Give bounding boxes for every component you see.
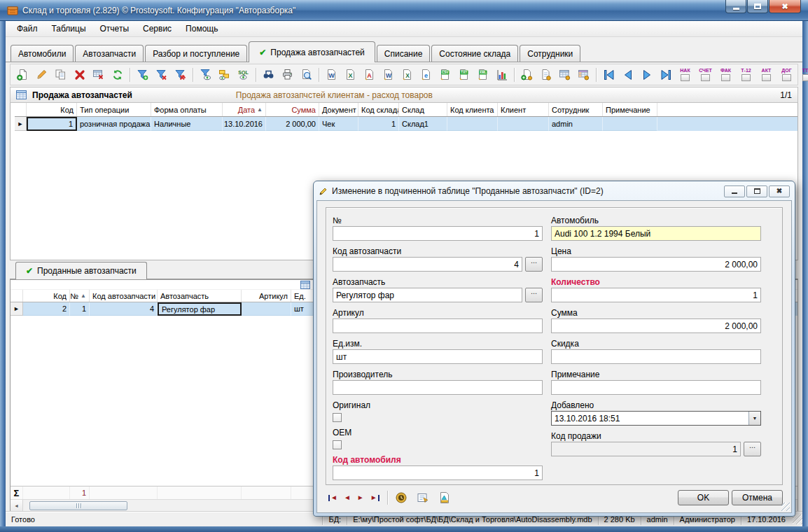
export-pdf-button[interactable]: A [360, 66, 379, 83]
cell-data[interactable]: 13.10.2016 [223, 117, 266, 131]
export-xml-button[interactable]: XML [473, 66, 492, 83]
summa-input[interactable] [551, 318, 761, 333]
nav-first-button[interactable] [599, 66, 618, 83]
kod-prodazhi-input[interactable] [551, 442, 741, 456]
doc-nakladnaya-button[interactable]: НАК [675, 65, 695, 84]
cell-summa[interactable]: 2 000,00 [266, 117, 319, 131]
col-dokument[interactable]: Документ [319, 103, 358, 116]
oem-checkbox[interactable] [333, 440, 342, 449]
col-tip-operacii[interactable]: Тип операции [77, 103, 151, 116]
num-input[interactable] [333, 226, 543, 241]
dialog-close-button[interactable]: ✖ [769, 186, 790, 197]
chart-button[interactable] [492, 66, 511, 83]
dobavleno-input[interactable] [551, 411, 761, 426]
subcell-kod-az[interactable]: 4 [90, 302, 158, 316]
proizvoditel-input[interactable] [333, 380, 543, 395]
export-txt-button[interactable]: TXT [454, 66, 473, 83]
original-checkbox[interactable] [333, 413, 342, 422]
cell-tip[interactable]: розничная продажа [77, 117, 151, 131]
col-kod[interactable]: Код [27, 103, 77, 116]
cancel-button[interactable]: Отмена [732, 490, 783, 505]
delete-record-button[interactable] [70, 66, 89, 83]
subcell-kod[interactable]: 2 [23, 302, 70, 316]
filter-remove-button[interactable] [152, 66, 171, 83]
refresh-button[interactable] [108, 66, 127, 83]
template-button[interactable] [436, 490, 453, 505]
export-excel-button[interactable]: X [341, 66, 360, 83]
cell-forma[interactable]: Наличные [151, 117, 223, 131]
cell-sotrudnik[interactable]: admin [549, 117, 603, 131]
print-button[interactable] [278, 66, 297, 83]
chevron-down-icon[interactable]: ▼ [748, 412, 760, 425]
clear-table-button[interactable] [89, 66, 108, 83]
new-record-button[interactable] [13, 66, 32, 83]
tab-sostoyanie[interactable]: Состояние склада [431, 45, 518, 62]
view-settings-button[interactable] [574, 66, 593, 83]
ed-izm-input[interactable] [333, 349, 543, 364]
edit-record-button[interactable] [32, 66, 51, 83]
dialog-resize-grip[interactable] [781, 503, 790, 511]
nav-next-button[interactable] [637, 66, 656, 83]
form-settings-button[interactable] [415, 490, 431, 505]
doc-t12-button[interactable]: Т-12 [736, 65, 756, 84]
menu-file[interactable]: Файл [10, 22, 45, 36]
artikul-input[interactable] [333, 318, 543, 333]
record-next-button[interactable]: ► [357, 494, 364, 501]
kod-prodazhi-browse-button[interactable]: ... [744, 442, 761, 456]
maximize-button[interactable] [747, 0, 768, 13]
kod-az-input[interactable] [333, 257, 522, 272]
menu-reports[interactable]: Отчеты [93, 22, 136, 36]
subcell-az-selected[interactable]: Регулятор фар [158, 302, 242, 316]
filter-remove-all-button[interactable] [171, 66, 190, 83]
export-html-button[interactable]: e [417, 66, 436, 83]
tsena-input[interactable] [551, 257, 761, 272]
menu-service[interactable]: Сервис [136, 22, 179, 36]
tab-prodazha-active[interactable]: ✔Продажа автозапчастей [249, 41, 375, 62]
kod-avtomobilya-input[interactable] [333, 465, 543, 480]
avtomobil-input[interactable] [551, 226, 761, 241]
close-button[interactable]: ✖ [769, 0, 801, 13]
ok-button[interactable]: OK [678, 490, 729, 505]
col-sotrudnik[interactable]: Сотрудник [549, 103, 603, 116]
grid-settings-button[interactable] [555, 66, 574, 83]
cell-klient[interactable] [498, 117, 549, 131]
az-browse-button[interactable]: ... [525, 288, 543, 302]
menu-tables[interactable]: Таблицы [45, 22, 93, 36]
cell-kod-sklada[interactable]: 1 [358, 117, 399, 131]
subcol-kod[interactable]: Код [23, 290, 70, 302]
col-kod-klienta[interactable]: Код клиента [447, 103, 498, 116]
subcol-num-sorted[interactable]: №▲ [70, 290, 90, 302]
primechanie-input[interactable] [551, 380, 761, 395]
export-excel-template-button[interactable]: X [398, 66, 417, 83]
cell-kod-selected[interactable]: 1 [27, 117, 77, 131]
copy-record-button[interactable] [51, 66, 70, 83]
export-csv-button[interactable]: CSV [436, 66, 454, 83]
doc-akt-button[interactable]: АКТ [756, 65, 776, 84]
nav-last-button[interactable] [656, 66, 675, 83]
subcell-artikul[interactable] [242, 302, 291, 316]
skidka-input[interactable] [551, 349, 761, 364]
sql-view-button[interactable]: SQL [234, 66, 253, 83]
cell-dokument[interactable]: Чек [319, 117, 358, 131]
col-data-sorted[interactable]: Дата▲ [223, 103, 266, 116]
nav-prev-button[interactable] [618, 66, 637, 83]
dialog-maximize-button[interactable] [746, 186, 767, 197]
az-input[interactable] [333, 288, 522, 302]
doc-dogovor-button[interactable]: ДОГ [776, 65, 797, 84]
doc-ttn-button[interactable]: ТТН [797, 65, 808, 84]
tab-avtomobili[interactable]: Автомобили [11, 45, 74, 62]
cell-kod-klienta[interactable] [447, 117, 498, 131]
tab-razbor[interactable]: Разбор и поступление [145, 45, 247, 62]
filter-add-button[interactable] [133, 66, 152, 83]
tab-sotrudniki[interactable]: Сотрудники [520, 45, 580, 62]
cell-sklad[interactable]: Склад1 [399, 117, 447, 131]
main-grid-row[interactable]: ► 1 розничная продажа Наличные 13.10.201… [15, 117, 797, 131]
record-last-button[interactable]: ► [370, 494, 379, 501]
export-word-button[interactable]: W [322, 66, 341, 83]
doc-schet-button[interactable]: СЧЕТ [695, 65, 716, 84]
minimize-button[interactable] [725, 0, 746, 13]
doc-faktura-button[interactable]: ФАК [716, 65, 736, 84]
clock-button[interactable] [393, 490, 410, 505]
tab-spisanie[interactable]: Списание [377, 45, 431, 62]
col-sklad[interactable]: Склад [399, 103, 447, 116]
